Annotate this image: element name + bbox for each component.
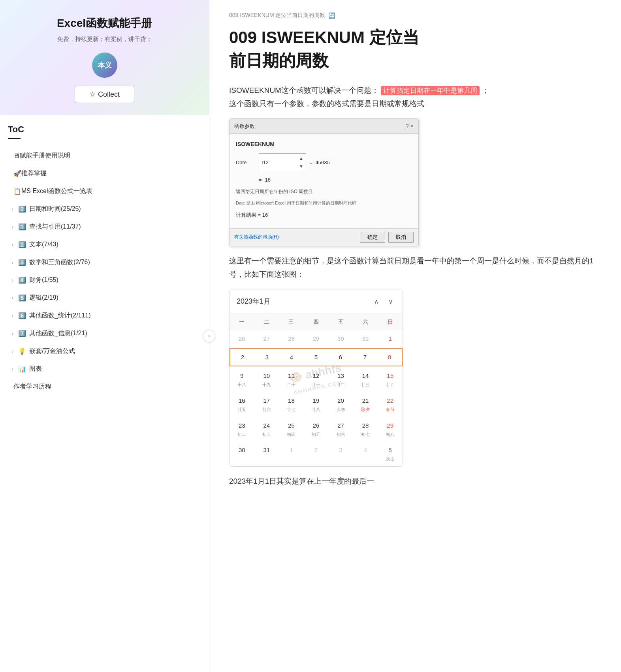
sidebar-item-label: 其他函数_统计(2/111) <box>29 312 91 320</box>
sidebar-item-other-info[interactable]: › 7️⃣ 其他函数_信息(1/21) <box>8 325 201 342</box>
next-month-button[interactable]: ∨ <box>386 297 395 306</box>
cal-day: 4 <box>353 441 378 466</box>
cal-day: 8 <box>377 349 402 366</box>
chevron-right-icon: › <box>12 313 13 319</box>
cal-day: 6 <box>328 349 353 366</box>
refresh-icon: 🔄 <box>328 12 335 19</box>
function-date-row: Date I12 ▲▼ = 45035 <box>236 153 412 172</box>
calendar-month: 2023年1月 <box>237 295 271 308</box>
calc-result-line: 计算结果 = 16 <box>236 210 412 220</box>
cal-day: 4 <box>279 349 304 366</box>
sidebar-item-label: MS Excel函数公式一览表 <box>21 187 92 195</box>
spin-icon[interactable]: ▲▼ <box>299 155 303 171</box>
function-result-row: = 16 <box>236 175 412 184</box>
semicolon: ； <box>482 86 489 94</box>
cal-day: 30 <box>230 441 254 466</box>
sidebar-item-nested[interactable]: › 💡 嵌套/万金油公式 <box>8 342 201 360</box>
dialog-footer: 有关该函数的帮助(H) 确定 取消 <box>230 228 418 246</box>
manual-intro-icon: 🖥 <box>13 152 20 160</box>
date-input[interactable]: I12 ▲▼ <box>259 153 306 172</box>
cal-day: 10十九 <box>254 367 279 392</box>
cal-day: 27 <box>254 330 279 347</box>
weekday-sat: 六 <box>353 314 378 330</box>
cal-day: 2 <box>230 349 255 366</box>
text-icon: 2️⃣ <box>18 241 26 248</box>
question-icon[interactable]: ? <box>406 121 409 131</box>
breadcrumb: 009 ISWEEKNUM 定位当前日期的周数 🔄 <box>229 12 601 19</box>
cal-day: 19廿八 <box>304 392 329 417</box>
weekday-tue: 二 <box>254 314 279 330</box>
cancel-button[interactable]: 取消 <box>388 232 414 243</box>
cal-day: 18廿七 <box>279 392 304 417</box>
cal-day: 12廿一 <box>304 367 329 392</box>
cal-day: 29初八 <box>378 417 403 442</box>
sidebar-item-manual-intro[interactable]: 🖥 赋能手册使用说明 <box>8 147 201 165</box>
sidebar-item-ms-excel-list[interactable]: 📋 MS Excel函数公式一览表 <box>8 182 201 200</box>
collect-button[interactable]: ☆ Collect <box>75 86 134 103</box>
close-icon[interactable]: × <box>410 121 414 131</box>
sidebar-item-label: 财务(1/55) <box>29 276 58 284</box>
cal-day: 1 <box>279 441 304 466</box>
sidebar-item-charts[interactable]: › 📊 图表 <box>8 360 201 378</box>
intro-paragraph: ISOWEEKNUM这个函数可以解决一个问题： 计算指定日期在一年中是第几周 ；… <box>229 84 601 111</box>
cal-day: 3 <box>255 349 279 366</box>
date-label: Date <box>236 158 256 167</box>
sidebar: Excel函数赋能手册 免费，持续更新；有案例，讲干货； 本义 ☆ Collec… <box>0 0 209 672</box>
sidebar-item-label: 文本(7/43) <box>29 240 58 249</box>
cal-day: 25初四 <box>279 417 304 442</box>
highlight-text: 计算指定日期在一年中是第几周 <box>381 86 480 95</box>
calendar-header: 2023年1月 ∧ ∨ <box>230 289 403 313</box>
other-info-icon: 7️⃣ <box>18 330 26 337</box>
sidebar-item-label: 嵌套/万金油公式 <box>29 347 75 355</box>
end-paragraph: 2023年1月1日其实是算在上一年度的最后一 <box>229 475 601 488</box>
sidebar-item-date-time[interactable]: › 0️⃣ 日期和时间(25/25) <box>8 200 201 218</box>
calendar-week-6: 30 31 1 2 3 4 5次之 <box>230 441 403 466</box>
ok-button[interactable]: 确定 <box>360 232 385 243</box>
cal-day: 9十八 <box>230 367 254 392</box>
sidebar-item-author-history[interactable]: 作者学习历程 <box>8 378 201 396</box>
cal-day: 7 <box>353 349 377 366</box>
prev-month-button[interactable]: ∧ <box>372 297 381 306</box>
cal-day: 2 <box>304 441 329 466</box>
article-title: 009 ISWEEKNUM 定位当前日期的周数 <box>229 26 601 73</box>
sidebar-item-lookup[interactable]: › 1️⃣ 查找与引用(11/37) <box>8 218 201 236</box>
other-stats-icon: 6️⃣ <box>18 312 26 319</box>
cal-day: 30 <box>328 330 353 347</box>
cal-day: 13廿二 <box>328 367 353 392</box>
param-desc: 这个函数只有一个参数，参数的格式需要是日期或常规格式 <box>229 99 424 108</box>
sidebar-item-math[interactable]: › 3️⃣ 数学和三角函数(2/76) <box>8 253 201 271</box>
sidebar-item-recommended[interactable]: 🚀 推荐掌握 <box>8 165 201 182</box>
date-value: I12 <box>262 158 269 167</box>
math-icon: 3️⃣ <box>18 259 26 266</box>
cal-day: 31 <box>254 441 279 466</box>
function-name: ISOWEEKNUM <box>236 139 412 149</box>
sidebar-item-logic[interactable]: › 5️⃣ 逻辑(2/19) <box>8 289 201 307</box>
charts-icon: 📊 <box>18 365 26 373</box>
cal-day: 14廿三 <box>353 367 378 392</box>
cal-day: 3 <box>328 441 353 466</box>
calendar-week-1: 26 27 28 29 30 31 1 <box>230 330 403 347</box>
help-link[interactable]: 有关该函数的帮助(H) <box>234 233 279 242</box>
cal-day: 24初三 <box>254 417 279 442</box>
sidebar-item-text[interactable]: › 2️⃣ 文本(7/43) <box>8 236 201 253</box>
cal-day: 26 <box>230 330 254 347</box>
sidebar-item-label: 查找与引用(11/37) <box>29 223 81 231</box>
sidebar-item-other-stats[interactable]: › 6️⃣ 其他函数_统计(2/111) <box>8 307 201 325</box>
calendar-navigation: ∧ ∨ <box>372 297 395 306</box>
sidebar-item-finance[interactable]: › 4️⃣ 财务(1/55) <box>8 271 201 289</box>
sidebar-collapse-button[interactable]: › <box>203 330 215 342</box>
function-desc: 返回给定日期所在年份的 ISO 周数目 <box>236 188 412 196</box>
lookup-icon: 1️⃣ <box>18 223 26 231</box>
logic-icon: 5️⃣ <box>18 294 26 302</box>
dialog-title: 函数参数 <box>234 122 255 131</box>
sidebar-subtitle: 免费，持续更新；有案例，讲干货； <box>12 36 197 43</box>
cal-day: 11二十 <box>279 367 304 392</box>
chevron-right-icon: › <box>12 206 13 212</box>
sidebar-item-label: 其他函数_信息(1/21) <box>29 329 87 338</box>
result-value: 16 <box>265 175 271 184</box>
chevron-right-icon: › <box>12 224 13 230</box>
chevron-right-icon: › <box>12 242 13 248</box>
dialog-body: ISOWEEKNUM Date I12 ▲▼ = 45035 = 16 返回给定… <box>230 134 418 228</box>
cal-day: 16廿五 <box>230 392 254 417</box>
avatar: 本义 <box>92 53 117 78</box>
